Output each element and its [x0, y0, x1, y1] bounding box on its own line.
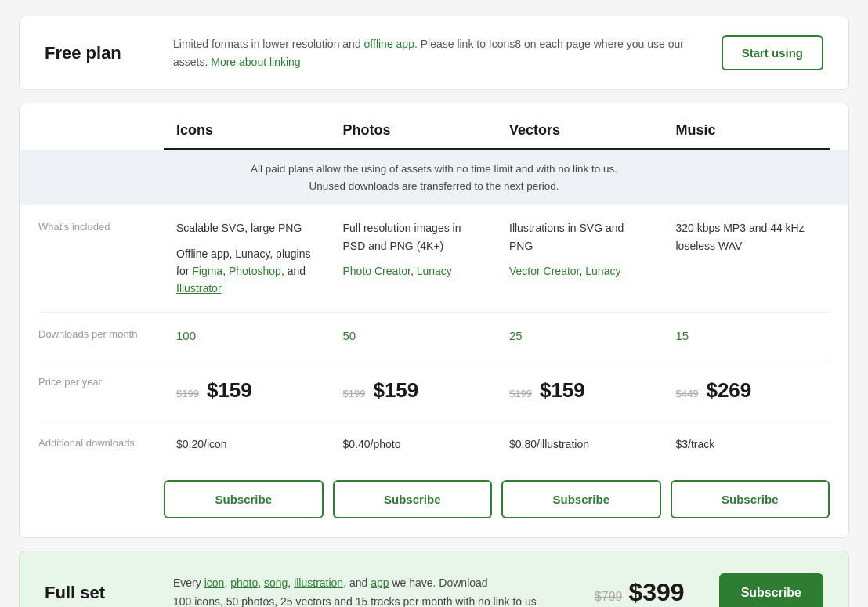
fullset-card: Full set Every icon, photo, song, illust…	[19, 551, 849, 607]
whats-included-row: What's included Scalable SVG, large PNG …	[38, 205, 830, 313]
price-vectors-wrapper: $199 $159	[509, 374, 651, 407]
comma1: ,	[222, 265, 229, 277]
fullset-price: $799 $399	[595, 578, 685, 607]
additional-photos: $0.40/photo	[331, 435, 497, 453]
photos-extras: Photo Creator, Lunacy	[343, 262, 485, 280]
free-plan-description: Limited formats in lower resolution and …	[173, 35, 703, 70]
vector-creator-link[interactable]: Vector Creator	[509, 265, 580, 277]
more-about-linking-link[interactable]: More about linking	[211, 56, 300, 68]
price-cells: $199 $159 $199 $159 $199 $159	[164, 374, 830, 407]
additional-music: $3/track	[664, 435, 830, 453]
fullset-text2: , and	[343, 576, 371, 589]
free-plan-desc-text1: Limited formats in lower resolution and	[173, 38, 364, 50]
price-music: $449 $269	[664, 374, 830, 407]
whats-included-cells: Scalable SVG, large PNG Offline app, Lun…	[164, 219, 830, 298]
vectors-extras: Vector Creator, Lunacy	[509, 262, 651, 280]
fullset-title: Full set	[45, 583, 154, 603]
fullset-comma3: ,	[288, 576, 294, 589]
fullset-price-original: $799	[595, 590, 623, 604]
figma-link[interactable]: Figma	[192, 265, 222, 277]
start-using-button[interactable]: Start using	[722, 35, 823, 70]
price-photos: $199 $159	[331, 374, 497, 407]
info-banner: All paid plans allow the using of assets…	[20, 150, 848, 205]
subscribe-buttons: Subscribe Subscribe Subscribe Subscribe	[164, 480, 830, 518]
fullset-text3: we have. Download	[389, 576, 488, 589]
price-vectors-original: $199	[509, 386, 532, 403]
additional-icons: $0.20/icon	[164, 435, 331, 453]
info-banner-line2: Unused downloads are transferred to the …	[38, 178, 830, 195]
price-photos-current: $159	[373, 374, 418, 407]
price-music-current: $269	[706, 374, 751, 407]
price-icons-current: $159	[207, 374, 252, 407]
downloads-photos: 50	[331, 327, 497, 345]
price-icons-wrapper: $199 $159	[176, 374, 318, 407]
additional-icons-text: $0.20/icon	[176, 438, 227, 450]
photo-creator-link[interactable]: Photo Creator	[343, 265, 410, 277]
comma2: ,	[410, 265, 417, 277]
pricing-rows: What's included Scalable SVG, large PNG …	[20, 205, 848, 468]
additional-label: Additional downloads	[38, 435, 164, 449]
col-header-music: Music	[664, 122, 830, 150]
price-icons-original: $199	[176, 386, 199, 403]
icons-main-desc: Scalable SVG, large PNG	[176, 219, 318, 237]
subscribe-row: Subscribe Subscribe Subscribe Subscribe	[20, 468, 848, 518]
whats-included-vectors: Illustrations in SVG and PNG Vector Crea…	[497, 219, 664, 298]
col-header-photos: Photos	[331, 122, 497, 150]
photoshop-link[interactable]: Photoshop	[229, 265, 281, 277]
downloads-cells: 100 50 25 15	[164, 327, 830, 345]
fullset-description: Every icon, photo, song, illustration, a…	[173, 574, 576, 607]
additional-row: Additional downloads $0.20/icon $0.40/ph…	[38, 421, 830, 467]
whats-included-music: 320 kbps MP3 and 44 kHz loseless WAV	[664, 219, 830, 298]
lunacy-link-vectors[interactable]: Lunacy	[585, 265, 620, 277]
subscribe-music-button[interactable]: Subscribe	[671, 480, 830, 518]
price-vectors-current: $159	[540, 374, 585, 407]
illustrator-link[interactable]: Illustrator	[176, 282, 222, 294]
lunacy-link-photos[interactable]: Lunacy	[417, 265, 452, 277]
plan-column-headers: Icons Photos Vectors Music	[164, 122, 830, 150]
downloads-vectors-count: 25	[509, 329, 523, 342]
subscribe-icons-button[interactable]: Subscribe	[164, 480, 324, 518]
additional-photos-text: $0.40/photo	[343, 438, 401, 450]
fullset-song-link[interactable]: song	[264, 576, 288, 589]
fullset-comma1: ,	[224, 576, 230, 589]
whats-included-photos: Full resolution images in PSD and PNG (4…	[331, 219, 497, 298]
price-row: Price per year $199 $159 $199 $159	[38, 360, 830, 422]
col-header-icons: Icons	[164, 122, 331, 150]
downloads-icons: 100	[164, 327, 331, 345]
subscribe-photos-button[interactable]: Subscribe	[333, 480, 493, 518]
price-vectors: $199 $159	[497, 374, 664, 407]
fullset-desc-line2: 100 icons, 50 photos, 25 vectors and 15 …	[173, 595, 537, 607]
fullset-illustration-link[interactable]: illustration	[294, 576, 343, 589]
vectors-main-desc: Illustrations in SVG and PNG	[509, 219, 651, 255]
downloads-row: Downloads per month 100 50 25 15	[38, 313, 830, 360]
downloads-music-count: 15	[676, 329, 689, 342]
whats-included-label: What's included	[38, 219, 164, 233]
subscribe-vectors-button[interactable]: Subscribe	[501, 480, 661, 518]
additional-vectors: $0.80/illustration	[497, 435, 664, 453]
additional-cells: $0.20/icon $0.40/photo $0.80/illustratio…	[164, 435, 830, 453]
fullset-app-link[interactable]: app	[371, 576, 389, 589]
column-headers: Icons Photos Vectors Music	[20, 103, 848, 150]
downloads-photos-count: 50	[343, 329, 356, 342]
subscribe-label-spacer	[38, 480, 164, 518]
price-music-original: $449	[676, 386, 699, 403]
price-photos-original: $199	[343, 386, 366, 403]
price-label: Price per year	[38, 374, 164, 388]
additional-vectors-text: $0.80/illustration	[509, 438, 589, 450]
fullset-photo-link[interactable]: photo	[230, 576, 258, 589]
free-plan-card: Free plan Limited formats in lower resol…	[19, 16, 849, 90]
price-icons: $199 $159	[164, 374, 331, 407]
downloads-vectors: 25	[497, 327, 664, 345]
fullset-price-current: $399	[628, 578, 684, 607]
free-plan-title: Free plan	[45, 43, 154, 63]
whats-included-icons: Scalable SVG, large PNG Offline app, Lun…	[164, 219, 331, 298]
fullset-comma2: ,	[258, 576, 264, 589]
fullset-icon-link[interactable]: icon	[204, 576, 225, 589]
offline-app-link[interactable]: offline app	[364, 38, 414, 50]
fullset-desc-text1: Every	[173, 576, 204, 589]
col-header-vectors: Vectors	[497, 122, 664, 150]
fullset-subscribe-button[interactable]: Subscribe	[719, 573, 823, 607]
downloads-music: 15	[664, 327, 830, 345]
photos-main-desc: Full resolution images in PSD and PNG (4…	[343, 219, 485, 255]
info-banner-line1: All paid plans allow the using of assets…	[38, 161, 830, 178]
